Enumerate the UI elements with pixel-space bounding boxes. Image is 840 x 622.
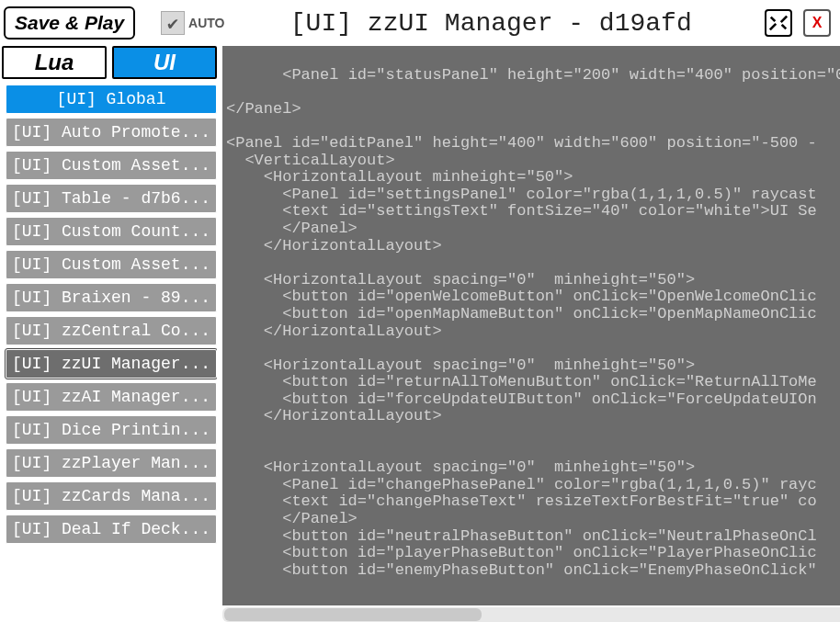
sidebar-item[interactable]: [UI] Auto Promote... [6, 118, 217, 147]
sidebar-item-label: [UI] Custom Asset... [12, 255, 210, 274]
sidebar-item[interactable]: [UI] zzCentral Co... [6, 316, 217, 345]
sidebar-item-label: [UI] Deal If Deck... [12, 520, 210, 538]
sidebar-item-label: [UI] Custom Asset... [12, 156, 210, 175]
sidebar-item[interactable]: [UI] Braixen - 89... [6, 283, 217, 312]
tab-lua[interactable]: Lua [2, 46, 107, 79]
sidebar-item-label: [UI] zzCards Mana... [12, 487, 210, 505]
tools-icon [768, 13, 789, 33]
sidebar-item-label: [UI] Auto Promote... [12, 123, 210, 141]
editor-hscrollbar-thumb[interactable] [224, 608, 482, 621]
editor-hscrollbar[interactable] [222, 607, 840, 622]
sidebar-item[interactable]: [UI] zzUI Manager... [6, 349, 217, 379]
tab-ui[interactable]: UI [112, 46, 217, 79]
sidebar-item-label: [UI] zzCentral Co... [12, 322, 210, 340]
auto-checkbox-group[interactable]: ✔ AUTO [161, 11, 224, 35]
sidebar-item[interactable]: [UI] Custom Asset... [6, 250, 217, 279]
window-title: [UI] zzUI Manager - d19afd [225, 9, 757, 38]
save-and-play-button[interactable]: Save & Play [4, 6, 135, 40]
check-icon: ✔ [161, 11, 185, 35]
sidebar-item-label: [UI] Dice Printin... [12, 421, 210, 439]
sidebar-item-label: [UI] zzUI Manager... [12, 355, 210, 373]
sidebar-item[interactable]: [UI] Deal If Deck... [6, 515, 217, 544]
sidebar-item[interactable]: [UI] Custom Asset... [6, 151, 217, 180]
sidebar-item-label: [UI] Table - d7b6... [12, 189, 210, 208]
sidebar-item[interactable]: [UI] Table - d7b6... [6, 184, 217, 213]
sidebar-item[interactable]: [UI] zzCards Mana... [6, 481, 217, 511]
sidebar-item[interactable]: [UI] zzPlayer Man... [6, 448, 217, 478]
sidebar-item[interactable]: [UI] zzAI Manager... [6, 382, 217, 412]
code-editor[interactable]: <Panel id="statusPanel" height="200" wid… [222, 46, 840, 605]
sidebar-item-global[interactable]: [UI] Global [6, 85, 217, 114]
sidebar-item[interactable]: [UI] Custom Count... [6, 217, 217, 246]
tools-button[interactable] [765, 9, 792, 37]
auto-label: AUTO [188, 16, 224, 30]
sidebar-item-label: [UI] Global [57, 90, 166, 108]
code-editor-content: <Panel id="statusPanel" height="200" wid… [226, 66, 840, 579]
sidebar-item-label: [UI] zzAI Manager... [12, 388, 210, 406]
sidebar-item[interactable]: [UI] Dice Printin... [6, 415, 217, 445]
sidebar-item-label: [UI] Custom Count... [12, 222, 210, 241]
sidebar-item-label: [UI] Braixen - 89... [12, 288, 210, 307]
sidebar-item-label: [UI] zzPlayer Man... [12, 454, 210, 472]
close-button[interactable]: X [803, 9, 831, 37]
